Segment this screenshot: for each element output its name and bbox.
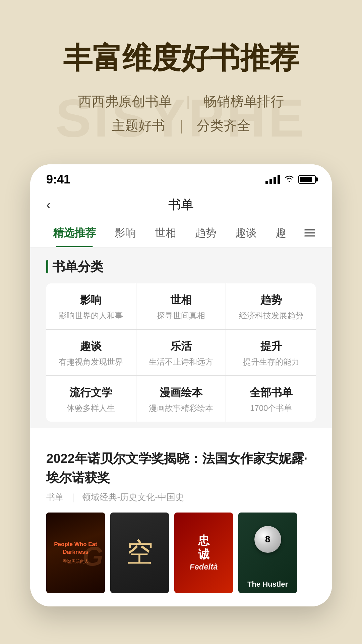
book-4-title: The Hustler [247, 580, 288, 589]
category-item-improve[interactable]: 提升 提升生存的能力 [226, 330, 316, 375]
phone-mockup: 9:41 ‹ 书单 精选推 [30, 164, 332, 606]
book-covers: People Who Eat Darkness 吞噬黑暗的人 G 空 忠诚 Fe… [46, 513, 316, 593]
hero-divider1: ｜ [181, 94, 194, 109]
back-button[interactable]: ‹ [46, 197, 51, 212]
category-section: 书单分类 影响 影响世界的人和事 世相 探寻世间真相 趋势 经济科技发展趋势 趣… [30, 248, 332, 428]
category-item-fun[interactable]: 趣谈 有趣视角发现世界 [46, 330, 136, 375]
featured-meta: 书单 ｜ 领域经典-历史文化-中国史 [46, 491, 316, 503]
app-header: ‹ 书单 [30, 191, 332, 219]
tab-menu-button[interactable] [301, 223, 318, 243]
category-item-all[interactable]: 全部书单 1700个书单 [226, 376, 316, 422]
tab-more-text[interactable]: 趣 [266, 219, 296, 247]
featured-card[interactable]: 2022年诺贝尔文学奖揭晓：法国女作家安妮露·埃尔诺获奖 书单 ｜ 领域经典-历… [30, 436, 332, 606]
menu-line-1 [304, 229, 315, 230]
title-accent-bar [46, 260, 48, 273]
hero-divider2: ｜ [175, 118, 188, 133]
page-title: 书单 [168, 196, 194, 213]
signal-icon [265, 175, 280, 184]
section-title: 书单分类 [46, 258, 316, 275]
hero-subtitle-part4: 分类齐全 [197, 118, 250, 133]
category-item-influence[interactable]: 影响 影响世界的人和事 [46, 283, 136, 329]
featured-title: 2022年诺贝尔文学奖揭晓：法国女作家安妮露·埃尔诺获奖 [46, 449, 316, 487]
featured-meta-sep: ｜ [69, 492, 77, 502]
book-3-subtitle: 忠诚 [198, 534, 209, 561]
category-item-world[interactable]: 世相 探寻世间真相 [136, 283, 226, 329]
hero-section: SISYPHE 丰富维度好书推荐 西西弗原创书单 ｜ 畅销榜单排行 主题好书 ｜… [0, 0, 362, 164]
book-3-title: Fedeltà [189, 562, 218, 572]
tab-trend[interactable]: 趋势 [186, 219, 226, 247]
featured-meta-category: 领域经典-历史文化-中国史 [82, 492, 184, 502]
billiard-ball-icon [254, 526, 281, 553]
battery-icon [298, 175, 316, 184]
hero-title: 丰富维度好书推荐 [20, 40, 342, 76]
wifi-icon [284, 174, 294, 185]
status-time: 9:41 [46, 172, 70, 186]
tab-influence[interactable]: 影响 [105, 219, 145, 247]
book-cover-2[interactable]: 空 [110, 513, 169, 593]
hero-subtitle-part2: 畅销榜单排行 [203, 94, 284, 109]
hero-subtitle-part1: 西西弗原创书单 [78, 94, 172, 109]
featured-meta-type: 书单 [46, 492, 64, 502]
category-item-manga[interactable]: 漫画绘本 漫画故事精彩绘本 [136, 376, 226, 422]
book-cover-3[interactable]: 忠诚 Fedeltà [174, 513, 233, 593]
menu-line-2 [304, 232, 315, 233]
tab-navigation: 精选推荐 影响 世相 趋势 趣谈 趣 [30, 219, 332, 248]
status-bar: 9:41 [30, 164, 332, 191]
category-item-fiction[interactable]: 流行文学 体验多样人生 [46, 376, 136, 422]
book-cover-4[interactable]: The Hustler [238, 513, 297, 593]
tab-featured[interactable]: 精选推荐 [44, 219, 105, 247]
category-item-trend[interactable]: 趋势 经济科技发展趋势 [226, 283, 316, 329]
tab-fun[interactable]: 趣谈 [226, 219, 266, 247]
book-2-title: 空 [126, 535, 153, 571]
book-cover-1[interactable]: People Who Eat Darkness 吞噬黑暗的人 G [46, 513, 105, 593]
tab-world[interactable]: 世相 [145, 219, 186, 247]
status-icons [265, 174, 316, 185]
hero-subtitle-part3: 主题好书 [112, 118, 165, 133]
category-item-life[interactable]: 乐活 生活不止诗和远方 [136, 330, 226, 375]
category-grid: 影响 影响世界的人和事 世相 探寻世间真相 趋势 经济科技发展趋势 趣谈 有趣视… [46, 283, 316, 422]
menu-line-3 [304, 235, 315, 236]
hero-subtitle: 西西弗原创书单 ｜ 畅销榜单排行 主题好书 ｜ 分类齐全 [20, 89, 342, 138]
